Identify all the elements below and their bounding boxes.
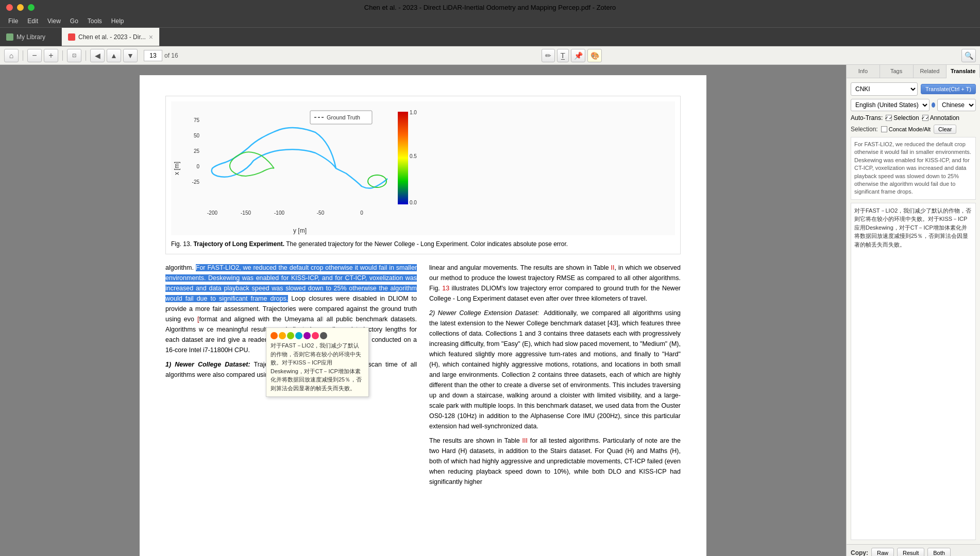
section1-title: 1) Newer College Dataset: (165, 361, 250, 368)
page-total: of 16 (164, 52, 178, 59)
titlebar: Chen et al. - 2023 - Direct LiDAR-Inerti… (0, 0, 980, 14)
zoom-fit-button[interactable]: ⊡ (67, 49, 81, 62)
menu-help[interactable]: Help (107, 16, 128, 26)
tab-tags[interactable]: Tags (880, 65, 914, 78)
tab-library[interactable]: My Library (0, 28, 62, 46)
autotrans-row: Auto-Trans: ✓ Selection ✓ Annotation (851, 114, 976, 121)
clear-button[interactable]: Clear (934, 125, 956, 134)
svg-text:-50: -50 (317, 210, 325, 216)
svg-text:75: 75 (194, 117, 200, 123)
tab-library-label: My Library (16, 33, 45, 41)
svg-text:-200: -200 (207, 210, 217, 216)
lang-row: English (United States) Chinese (851, 99, 976, 111)
concat-checkbox-label[interactable]: Concat Mode/Alt (881, 126, 931, 132)
pdf-page: x [m] y [m] 75 50 25 0 -25 -200 -150 -10… (140, 75, 706, 556)
fig-ref-13: 13 (442, 285, 449, 292)
window-title: Chen et al. - 2023 - Direct LiDAR-Inerti… (364, 4, 616, 11)
translation-result: 对于FAST－LIO2，我们减少了默认的作物，否则它将在较小的环境中失败。对于K… (851, 203, 976, 540)
figure-label: Fig. 13. (171, 240, 192, 248)
pdf-left-col: algorithm. For FAST-LIO2, we reduced the… (165, 263, 417, 491)
selection-checkbox-label[interactable]: ✓ Selection (886, 114, 919, 121)
svg-text:0: 0 (360, 210, 363, 216)
svg-text:y [m]: y [m] (293, 227, 307, 234)
copy-both-button[interactable]: Both (927, 548, 951, 556)
window-controls (6, 4, 35, 11)
para-right1: linear and angular movements. The result… (429, 263, 681, 304)
translate-button[interactable]: Translate(Ctrl + T) (921, 84, 976, 94)
autotrans-label: Auto-Trans: (851, 114, 883, 121)
home-button[interactable]: ⌂ (4, 49, 19, 62)
pdf-right-col: linear and angular movements. The result… (429, 263, 681, 491)
menubar: File Edit View Go Tools Help (0, 14, 980, 28)
toolbar: ⌂ − + ⊡ ◀ ▲ ▼ 13 of 16 ✏ T̲ 📌 🎨 🔍 (0, 46, 980, 65)
svg-text:50: 50 (194, 133, 200, 138)
selection-row: Selection: Concat Mode/Alt Clear (851, 125, 976, 134)
menu-file[interactable]: File (4, 16, 22, 26)
tab-related[interactable]: Related (914, 65, 947, 78)
annotation-checkbox-label[interactable]: ✓ Annotation (922, 114, 959, 121)
nav-up-button[interactable]: ▲ (107, 49, 121, 62)
figure-desc: The generated trajectory for the Newer C… (286, 240, 568, 248)
panel-bottom: Copy: Raw Result Both Open Standalone Pa… (847, 544, 980, 556)
search-button[interactable]: 🔍 (961, 49, 976, 62)
para-section2: 2) Newer College Extension Dataset: Addi… (429, 308, 681, 431)
source-lang-select[interactable]: English (United States) (851, 99, 930, 111)
nav-prev-button[interactable]: ◀ (90, 49, 105, 62)
tab-pdf[interactable]: Chen et al. - 2023 - Dir... × (62, 28, 160, 46)
figure-title: Trajectory of Long Experiment. (193, 240, 284, 248)
annotation-checkbox[interactable]: ✓ (922, 115, 928, 121)
zoom-in-button[interactable]: + (44, 49, 58, 62)
dot1 (271, 332, 278, 339)
selection-cb-label: Selection (893, 114, 919, 121)
close-button[interactable] (6, 4, 13, 11)
table-ref-3: III (522, 437, 527, 444)
pdf-area: x [m] y [m] 75 50 25 0 -25 -200 -150 -10… (0, 65, 846, 556)
copy-result-button[interactable]: Result (897, 548, 924, 556)
pdf-two-column: algorithm. For FAST-LIO2, we reduced the… (165, 263, 681, 491)
copy-label: Copy: (851, 549, 868, 556)
right-panel: Info Tags Related Translate CNKI Transla… (846, 65, 980, 556)
target-lang-select[interactable]: Chinese (937, 99, 976, 111)
svg-rect-12 (398, 112, 408, 204)
panel-tabs: Info Tags Related Translate (847, 65, 980, 78)
dot3 (287, 332, 294, 339)
library-icon (6, 33, 13, 41)
minimize-button[interactable] (17, 4, 24, 11)
menu-view[interactable]: View (43, 16, 65, 26)
panel-content: CNKI Translate(Ctrl + T) English (United… (847, 78, 980, 544)
highlight-button[interactable]: T̲ (557, 49, 569, 62)
svg-text:-100: -100 (274, 210, 284, 216)
table-ref-2: II (611, 264, 615, 271)
svg-text:Ground Truth: Ground Truth (327, 114, 360, 120)
annotation-cb-label: Annotation (930, 114, 959, 121)
selection-label: Selection: (851, 126, 878, 133)
concat-checkbox[interactable] (881, 126, 887, 132)
note-button[interactable]: 📌 (571, 49, 585, 62)
main-layout: x [m] y [m] 75 50 25 0 -25 -200 -150 -10… (0, 65, 980, 556)
tab-close-icon[interactable]: × (149, 33, 153, 41)
maximize-button[interactable] (28, 4, 35, 11)
annotate-button[interactable]: ✏ (542, 49, 555, 62)
tabbar: My Library Chen et al. - 2023 - Dir... × (0, 28, 980, 46)
selection-checkbox[interactable]: ✓ (886, 115, 892, 121)
svg-text:x [m]: x [m] (173, 162, 180, 175)
sep3 (86, 50, 86, 61)
color-dots (271, 332, 364, 339)
svg-text:-150: -150 (241, 210, 251, 216)
dot2 (279, 332, 286, 339)
tab-pdf-label: Chen et al. - 2023 - Dir... (78, 33, 146, 41)
menu-tools[interactable]: Tools (83, 16, 106, 26)
zoom-out-button[interactable]: − (27, 49, 42, 62)
figure-caption: Fig. 13. Trajectory of Long Experiment. … (171, 239, 675, 249)
highlight-text: For FAST-LIO2, we reduced the default cr… (165, 264, 417, 302)
tab-translate[interactable]: Translate (947, 65, 980, 78)
cnki-select[interactable]: CNKI (851, 82, 918, 96)
color-button[interactable]: 🎨 (587, 49, 602, 62)
page-input[interactable]: 13 (144, 50, 162, 61)
menu-edit[interactable]: Edit (23, 16, 42, 26)
nav-down-button[interactable]: ▼ (123, 49, 138, 62)
tab-info[interactable]: Info (847, 65, 880, 78)
concat-label-text: Concat Mode/Alt (889, 126, 931, 132)
copy-raw-button[interactable]: Raw (871, 548, 894, 556)
menu-go[interactable]: Go (66, 16, 82, 26)
